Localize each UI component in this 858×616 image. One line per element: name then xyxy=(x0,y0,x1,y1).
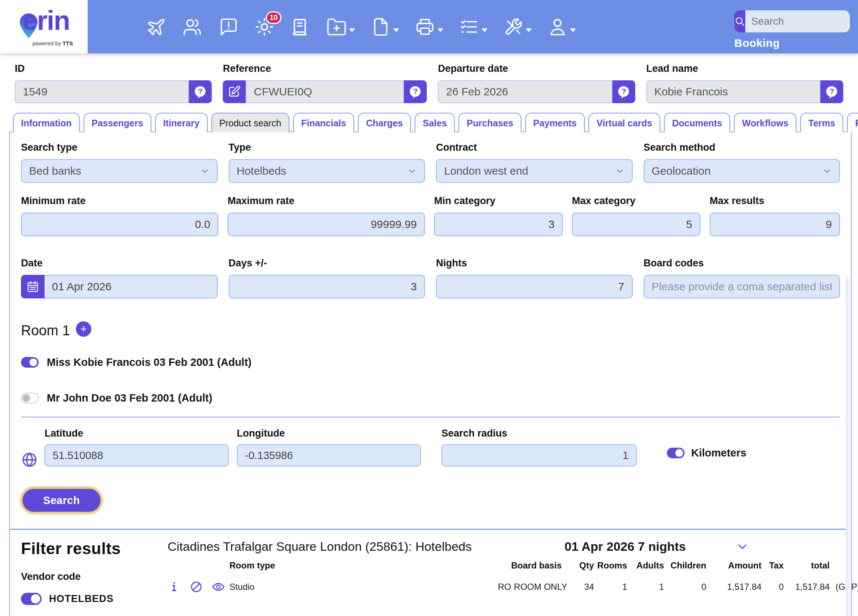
id-field[interactable] xyxy=(15,80,189,103)
plane-button[interactable] xyxy=(146,17,166,37)
tab-workflows[interactable]: Workflows xyxy=(734,113,796,132)
tab-passengers[interactable]: Passengers xyxy=(84,113,151,132)
tab-documents[interactable]: Documents xyxy=(664,113,730,132)
svg-text:?: ? xyxy=(413,87,418,95)
toggle-knob xyxy=(22,394,30,402)
globe-icon xyxy=(21,451,38,468)
vendor-toggle[interactable] xyxy=(21,593,42,605)
vendor-name: HOTELBEDS xyxy=(49,593,114,605)
search-input[interactable] xyxy=(745,10,850,33)
hotel-result: Citadines Trafalgar Square London (25861… xyxy=(168,539,840,594)
longitude-field[interactable] xyxy=(237,444,421,467)
minimum-rate-field[interactable] xyxy=(21,213,218,236)
cell-board-basis: ROOM ONLY xyxy=(511,580,570,594)
type-label: Type xyxy=(228,142,425,153)
account-button[interactable] xyxy=(547,17,576,37)
tools-button[interactable] xyxy=(503,17,532,37)
search-method-select[interactable]: Geolocation xyxy=(644,159,840,183)
new-folder-button[interactable] xyxy=(326,17,355,37)
lead-name-field[interactable] xyxy=(646,80,821,103)
alerts-button[interactable] xyxy=(218,17,239,37)
search-type-value: Bed banks xyxy=(29,165,81,177)
reference-field[interactable] xyxy=(246,80,404,103)
tab-financials[interactable]: Financials xyxy=(293,113,354,132)
max-category-field[interactable] xyxy=(572,213,700,236)
edit-reference-button[interactable] xyxy=(223,80,246,103)
departure-help-button[interactable]: ? xyxy=(612,80,635,103)
min-category-field[interactable] xyxy=(434,213,563,236)
tab-charges[interactable]: Charges xyxy=(358,113,411,132)
board-codes-label: Board codes xyxy=(644,258,840,269)
chevron-down-caret xyxy=(349,28,355,32)
tab-purchases[interactable]: Purchases xyxy=(459,113,521,132)
tasks-button[interactable] xyxy=(459,17,488,37)
type-select[interactable]: Hotelbeds xyxy=(228,159,425,183)
view-eye-icon[interactable] xyxy=(212,580,225,594)
passengers-button[interactable] xyxy=(182,17,202,37)
tab-virtual-cards[interactable]: Virtual cards xyxy=(588,113,660,132)
search-radius-field[interactable] xyxy=(441,444,637,467)
chevron-down-icon xyxy=(615,166,625,176)
tab-itinerary[interactable]: Itinerary xyxy=(155,113,208,132)
departure-date-field[interactable] xyxy=(438,80,612,103)
scroll-area-edge xyxy=(846,277,851,616)
exclude-ban-icon[interactable] xyxy=(190,580,203,594)
collapse-chevron-down-icon[interactable] xyxy=(735,540,749,554)
contract-select[interactable]: London west end xyxy=(436,159,633,183)
reference-label: Reference xyxy=(223,63,427,75)
add-room-button[interactable]: + xyxy=(76,321,91,337)
col-qty: Qty xyxy=(570,560,594,580)
print-button[interactable] xyxy=(415,17,443,37)
lead-name-help-button[interactable]: ? xyxy=(821,80,843,103)
id-label: ID xyxy=(15,63,212,75)
days-offset-label: Days +/- xyxy=(228,258,425,269)
date-field[interactable] xyxy=(45,275,218,299)
passenger-toggle[interactable] xyxy=(21,393,39,403)
tab-payments[interactable]: Payments xyxy=(525,113,585,132)
logo-tagline: powered by TTS xyxy=(33,40,73,47)
svg-text:?: ? xyxy=(621,87,626,95)
max-results-field[interactable] xyxy=(710,213,840,236)
cell-board-code: RO xyxy=(487,580,511,594)
tab-terms[interactable]: Terms xyxy=(800,113,843,132)
tab-product-search[interactable]: Product search xyxy=(211,113,289,132)
help-bubble-icon: ? xyxy=(193,85,207,99)
nights-field[interactable] xyxy=(436,275,633,299)
checklist-icon xyxy=(459,17,479,37)
cell-qty: 34 xyxy=(570,580,594,594)
passenger-label: Miss Kobie Francois 03 Feb 2001 (Adult) xyxy=(47,356,252,369)
toggle-knob xyxy=(675,449,683,457)
help-bubble-icon: ? xyxy=(825,85,839,99)
reference-help-button[interactable]: ? xyxy=(404,80,427,103)
col-room-type: Room type xyxy=(229,560,487,580)
documents-button[interactable] xyxy=(370,17,399,37)
tab-revisions[interactable]: Revisions xyxy=(847,113,858,132)
kilometers-toggle[interactable] xyxy=(667,448,685,458)
tools-icon xyxy=(503,17,524,37)
max-results-label: Max results xyxy=(710,195,840,207)
tab-information[interactable]: Information xyxy=(13,113,80,132)
toggle-knob xyxy=(31,594,40,604)
row-actions xyxy=(168,580,229,594)
catalog-button[interactable] xyxy=(290,17,311,37)
board-codes-field[interactable] xyxy=(644,275,840,299)
maximum-rate-field[interactable] xyxy=(228,213,425,236)
search-button[interactable] xyxy=(734,10,745,33)
settings-button[interactable]: 10 xyxy=(254,17,275,37)
cell-room-type: Studio xyxy=(229,580,487,594)
id-help-button[interactable]: ? xyxy=(189,80,212,103)
days-offset-field[interactable] xyxy=(228,275,425,299)
date-picker-button[interactable] xyxy=(21,275,45,299)
catalog-book-icon xyxy=(290,17,311,37)
latitude-field[interactable] xyxy=(45,444,228,467)
section-divider xyxy=(21,417,840,417)
help-bubble-icon: ? xyxy=(408,85,422,99)
erin-logo[interactable]: erin powered by TTS xyxy=(0,0,88,53)
tab-sales[interactable]: Sales xyxy=(415,113,455,132)
info-icon[interactable] xyxy=(168,580,181,594)
passenger-toggle[interactable] xyxy=(21,357,39,368)
search-type-select[interactable]: Bed banks xyxy=(21,159,218,183)
vendor-filter-row: HOTELBEDS xyxy=(21,593,168,605)
longitude-label: Longitude xyxy=(237,428,421,439)
search-submit-button[interactable]: Search xyxy=(22,489,101,512)
